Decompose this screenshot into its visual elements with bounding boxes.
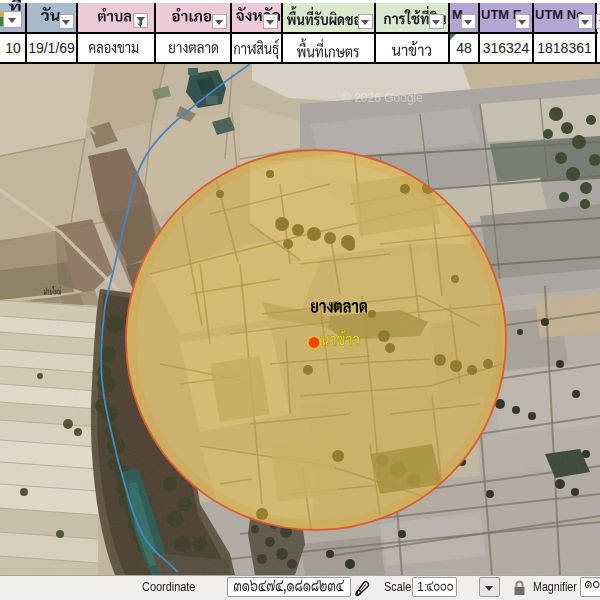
svg-text:© 2026 Google: © 2026 Google [342,91,423,105]
